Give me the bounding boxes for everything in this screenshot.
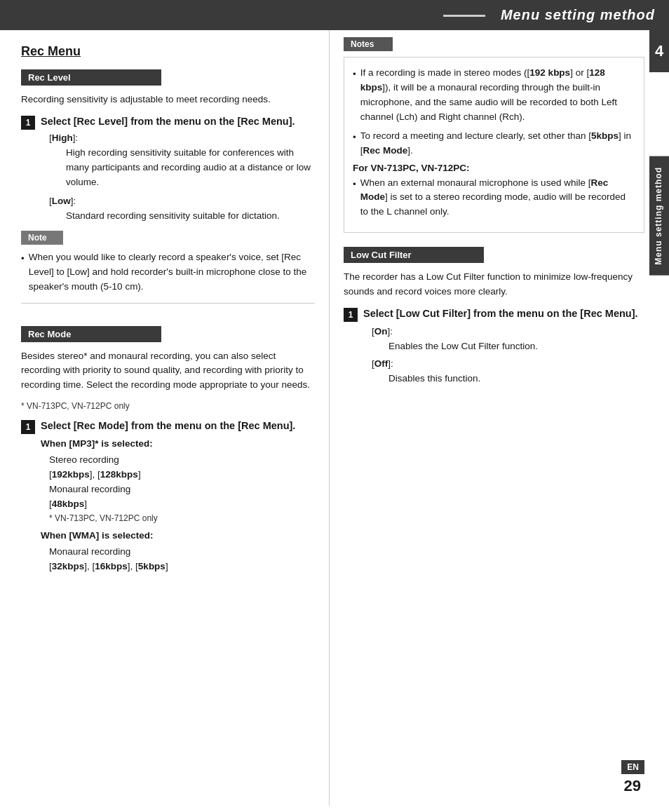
note-item-1-text: If a recording is made in stereo modes (… xyxy=(360,66,635,125)
note-bullet-text: When you would like to clearly record a … xyxy=(29,250,315,295)
rec-mode-step1-content: Select [Rec Mode] from the menu on the [… xyxy=(41,419,315,574)
for-vn-label: For VN-713PC, VN-712PC: xyxy=(353,163,470,173)
page-header: Menu setting method xyxy=(0,0,669,30)
left-column: Rec Menu Rec Level Recording sensitivity… xyxy=(0,30,330,806)
notes-content: • If a recording is made in stereo modes… xyxy=(344,57,644,233)
mp3-section: When [MP3]* is selected: Stereo recordin… xyxy=(41,437,315,525)
off-label: Off xyxy=(374,358,388,369)
chapter-num: 4 xyxy=(655,42,663,60)
high-label: High xyxy=(52,133,73,143)
note-item-2-text: To record a meeting and lecture clearly,… xyxy=(360,129,635,158)
main-content: Rec Menu Rec Level Recording sensitivity… xyxy=(0,30,669,806)
side-tab: Menu setting method xyxy=(649,156,669,276)
rec-mode-step1-title: Select [Rec Mode] from the menu on the [… xyxy=(41,419,315,433)
page-number: 29 xyxy=(624,777,641,795)
rec-level-high: [High]: High recording sensitivity suita… xyxy=(49,131,315,190)
bullet-1-icon: • xyxy=(353,67,356,82)
rec-mode-step1: 1 Select [Rec Mode] from the menu on the… xyxy=(21,419,315,574)
rec-mode-section: Rec Mode Besides stereo* and monaural re… xyxy=(21,326,315,575)
on-label: On xyxy=(374,326,388,337)
lcf-off: [Off]: Disables this function. xyxy=(372,357,644,386)
section-title: Rec Menu xyxy=(21,44,315,59)
high-desc: High recording sensitivity suitable for … xyxy=(66,146,315,190)
rec-level-low: [Low]: Standard recording sensitivity su… xyxy=(49,194,315,224)
rec-level-bar: Rec Level xyxy=(21,69,161,86)
wma-section: When [WMA] is selected: Monaural recordi… xyxy=(41,529,315,574)
note-bar: Note xyxy=(21,231,63,245)
en-badge: EN xyxy=(621,760,644,774)
low-cut-step1-title: Select [Low Cut Filter] from the menu on… xyxy=(363,306,644,320)
low-desc: Standard recording sensitivity suitable … xyxy=(66,209,315,224)
step-number-1: 1 xyxy=(21,116,35,130)
mp3-mono-options: [48kbps] xyxy=(49,497,315,512)
mp3-footnote: * VN-713PC, VN-712PC only xyxy=(49,512,315,525)
divider-1 xyxy=(21,303,315,304)
mp3-label: When [MP3]* is selected: xyxy=(41,438,153,449)
bullet-2-icon: • xyxy=(353,130,356,145)
low-cut-step1: 1 Select [Low Cut Filter] from the menu … xyxy=(344,306,644,386)
note-bullet-item: • When you would like to clearly record … xyxy=(21,250,315,295)
mp3-stereo-options: [192kbps], [128kbps] xyxy=(49,468,315,482)
off-desc: Disables this function. xyxy=(388,372,644,386)
rec-mode-intro: Besides stereo* and monaural recording, … xyxy=(21,349,315,393)
notes-section: Notes • If a recording is made in stereo… xyxy=(344,37,644,233)
rec-level-intro: Recording sensitivity is adjustable to m… xyxy=(21,93,315,107)
low-cut-filter-section: Low Cut Filter The recorder has a Low Cu… xyxy=(344,247,644,386)
mp3-stereo: Stereo recording [192kbps], [128kbps] xyxy=(49,453,315,482)
note-item-2: • To record a meeting and lecture clearl… xyxy=(353,129,635,158)
low-cut-filter-intro: The recorder has a Low Cut Filter functi… xyxy=(344,270,644,299)
lcf-on: [On]: Enables the Low Cut Filter functio… xyxy=(372,325,644,354)
right-inner: Notes • If a recording is made in stereo… xyxy=(344,30,669,792)
step-number-lcf: 1 xyxy=(344,308,358,322)
rec-mode-footnote: * VN-713PC, VN-712PC only xyxy=(21,400,315,413)
right-column: Notes • If a recording is made in stereo… xyxy=(330,30,669,806)
rec-mode-bar: Rec Mode xyxy=(21,326,161,342)
chapter-tab: 4 xyxy=(649,30,669,72)
wma-mono-options: [32kbps], [16kbps], [5kbps] xyxy=(49,560,315,574)
rec-level-note: Note • When you would like to clearly re… xyxy=(21,231,315,295)
bullet-icon: • xyxy=(21,252,25,266)
note-item-1: • If a recording is made in stereo modes… xyxy=(353,66,635,125)
rec-level-step1-content: Select [Rec Level] from the menu on the … xyxy=(41,114,315,224)
low-cut-filter-bar: Low Cut Filter xyxy=(344,247,484,263)
notes-bar: Notes xyxy=(344,37,393,51)
rec-level-step1: 1 Select [Rec Level] from the menu on th… xyxy=(21,114,315,224)
low-cut-step1-content: Select [Low Cut Filter] from the menu on… xyxy=(363,306,644,386)
side-tab-label: Menu setting method xyxy=(654,167,663,265)
header-title: Menu setting method xyxy=(501,7,655,22)
bullet-3-icon: • xyxy=(353,177,356,192)
rec-level-step1-title: Select [Rec Level] from the menu on the … xyxy=(41,114,315,128)
on-desc: Enables the Low Cut Filter function. xyxy=(388,339,644,354)
mp3-mono: Monaural recording [48kbps] xyxy=(49,482,315,512)
for-vn-section: For VN-713PC, VN-712PC: • When an extern… xyxy=(353,163,635,220)
for-vn-text: When an external monaural microphone is … xyxy=(360,176,635,220)
low-label: Low xyxy=(52,196,71,206)
rec-level-section: Rec Level Recording sensitivity is adjus… xyxy=(21,69,315,295)
for-vn-item: • When an external monaural microphone i… xyxy=(353,176,635,220)
wma-mono: Monaural recording [32kbps], [16kbps], [… xyxy=(49,545,315,574)
wma-label: When [WMA] is selected: xyxy=(41,530,154,541)
step-number-1b: 1 xyxy=(21,420,35,434)
